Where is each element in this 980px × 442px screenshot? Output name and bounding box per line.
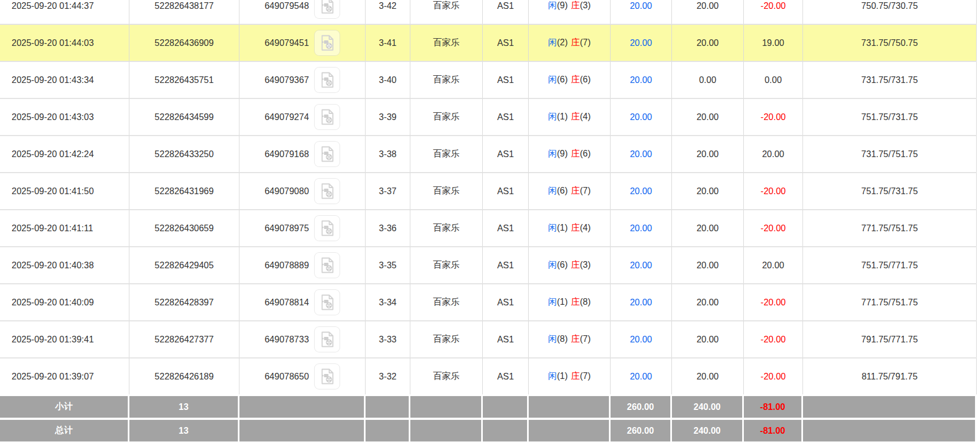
video-replay-button[interactable]	[314, 289, 340, 315]
video-replay-button[interactable]	[314, 363, 340, 389]
player-label: 闲	[548, 75, 557, 84]
subtotal-row: 小计 13 260.00 240.00 -81.00	[0, 394, 977, 418]
video-replay-button[interactable]	[314, 141, 340, 167]
player-label: 闲	[548, 371, 557, 381]
player-label: 闲	[548, 186, 557, 195]
player-points: (6)	[557, 186, 568, 195]
bet-time: 2025-09-20 01:41:50	[0, 172, 129, 209]
win-loss: 0.00	[744, 61, 803, 98]
table-row: 2025-09-20 01:43:34 522826435751 6490793…	[0, 61, 977, 98]
table-name: AS1	[483, 209, 529, 246]
bet-amount-link[interactable]: 20.00	[611, 98, 672, 135]
bet-time: 2025-09-20 01:40:38	[0, 246, 129, 283]
table-name: AS1	[483, 135, 529, 172]
video-icon	[319, 71, 336, 89]
video-replay-button[interactable]	[314, 215, 340, 241]
table-round: 3-40	[366, 61, 410, 98]
win-loss: -20.00	[744, 98, 803, 135]
bet-amount-link[interactable]: 20.00	[611, 283, 672, 320]
player-points: (6)	[557, 260, 568, 269]
player-label: 闲	[548, 297, 557, 306]
table-round: 3-38	[366, 135, 410, 172]
game-result: 闲(6)庄(6)	[529, 61, 611, 98]
player-label: 闲	[548, 223, 557, 232]
bet-amount-link[interactable]: 20.00	[611, 135, 672, 172]
win-loss: -20.00	[744, 0, 803, 24]
balance: 771.75/751.75	[803, 283, 977, 320]
bet-amount-link[interactable]: 20.00	[611, 320, 672, 357]
video-replay-button[interactable]	[314, 30, 340, 56]
video-replay-button[interactable]	[314, 0, 340, 19]
video-replay-button[interactable]	[314, 178, 340, 204]
bet-amount-link[interactable]: 20.00	[611, 357, 672, 394]
table-name: AS1	[483, 320, 529, 357]
round-id: 649079451	[264, 38, 309, 48]
bet-time: 2025-09-20 01:42:24	[0, 135, 129, 172]
game-result: 闲(8)庄(7)	[529, 320, 611, 357]
bet-amount-link[interactable]: 20.00	[611, 246, 672, 283]
game-name: 百家乐	[410, 24, 483, 61]
table-round: 3-35	[366, 246, 410, 283]
round-id: 649079168	[264, 149, 309, 159]
subtotal-count: 13	[129, 394, 239, 418]
balance: 811.75/791.75	[803, 357, 977, 394]
table-row: 2025-09-20 01:42:24 522826433250 6490791…	[0, 135, 977, 172]
table-name: AS1	[483, 61, 529, 98]
bet-amount-link[interactable]: 20.00	[611, 0, 672, 24]
player-label: 闲	[548, 334, 557, 344]
player-points: (1)	[557, 371, 568, 381]
video-replay-button[interactable]	[314, 104, 340, 130]
game-name: 百家乐	[410, 61, 483, 98]
video-icon	[319, 368, 336, 385]
video-icon	[319, 0, 336, 14]
banker-label: 庄	[571, 334, 580, 344]
bet-records-table-view: 2025-09-20 01:44:37 522826438177 6490795…	[0, 0, 980, 442]
table-row: 2025-09-20 01:44:03 522826436909 6490794…	[0, 24, 977, 61]
valid-amount: 20.00	[672, 0, 744, 24]
player-points: (9)	[557, 1, 568, 10]
table-name: AS1	[483, 283, 529, 320]
bet-amount-link[interactable]: 20.00	[611, 209, 672, 246]
bet-amount-link[interactable]: 20.00	[611, 61, 672, 98]
round-id: 649079548	[264, 1, 309, 11]
bet-id: 522826429405	[129, 246, 239, 283]
video-replay-button[interactable]	[314, 326, 340, 352]
table-name: AS1	[483, 24, 529, 61]
table-row: 2025-09-20 01:39:41 522826427377 6490787…	[0, 320, 977, 357]
subtotal-bet-amount: 260.00	[611, 394, 672, 418]
round-id: 649079080	[264, 186, 309, 196]
balance: 731.75/750.75	[803, 24, 977, 61]
banker-label: 庄	[571, 223, 580, 232]
subtotal-valid-amount: 240.00	[672, 394, 744, 418]
video-replay-button[interactable]	[314, 67, 340, 93]
bet-id: 522826426189	[129, 357, 239, 394]
banker-label: 庄	[571, 297, 580, 306]
player-points: (9)	[557, 149, 568, 158]
bet-id: 522826427377	[129, 320, 239, 357]
table-round: 3-39	[366, 98, 410, 135]
balance: 751.75/731.75	[803, 172, 977, 209]
valid-amount: 20.00	[672, 24, 744, 61]
valid-amount: 20.00	[672, 246, 744, 283]
bet-amount-link[interactable]: 20.00	[611, 24, 672, 61]
player-points: (1)	[557, 112, 568, 121]
round-id-cell: 649079168	[239, 135, 366, 172]
valid-amount: 20.00	[672, 283, 744, 320]
game-name: 百家乐	[410, 0, 483, 24]
table-name: AS1	[483, 357, 529, 394]
balance: 731.75/751.75	[803, 135, 977, 172]
banker-label: 庄	[571, 260, 580, 269]
bet-amount-link[interactable]: 20.00	[611, 172, 672, 209]
bet-time: 2025-09-20 01:39:07	[0, 357, 129, 394]
game-name: 百家乐	[410, 320, 483, 357]
video-replay-button[interactable]	[314, 252, 340, 278]
table-row: 2025-09-20 01:44:37 522826438177 6490795…	[0, 0, 977, 24]
win-loss: -20.00	[744, 172, 803, 209]
banker-label: 庄	[571, 75, 580, 84]
win-loss: -20.00	[744, 320, 803, 357]
table-row: 2025-09-20 01:41:11 522826430659 6490789…	[0, 209, 977, 246]
round-id-cell: 649078975	[239, 209, 366, 246]
bet-time: 2025-09-20 01:40:09	[0, 283, 129, 320]
bet-time: 2025-09-20 01:41:11	[0, 209, 129, 246]
table-round: 3-42	[366, 0, 410, 24]
